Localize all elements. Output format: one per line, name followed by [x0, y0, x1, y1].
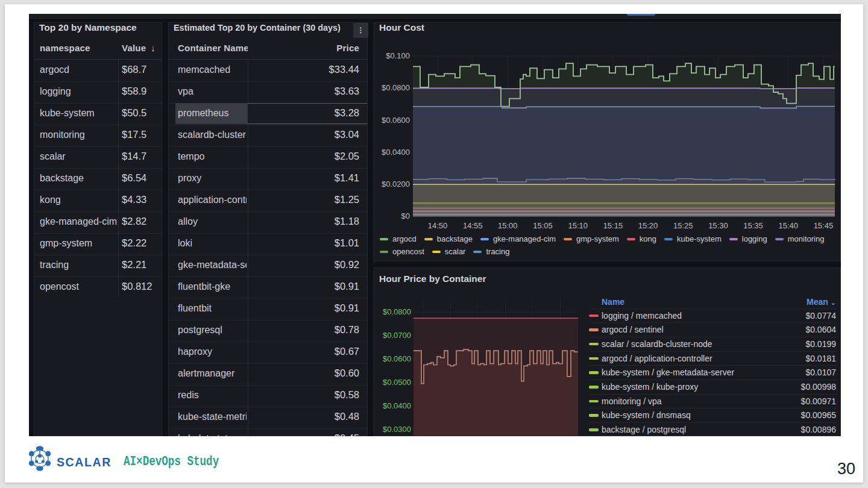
- svg-text:15:15: 15:15: [603, 221, 623, 230]
- svg-text:$0.0300: $0.0300: [383, 425, 411, 434]
- svg-text:15:05: 15:05: [533, 221, 553, 230]
- svg-text:$0.0800: $0.0800: [383, 307, 411, 316]
- svg-text:15:00: 15:00: [498, 221, 518, 230]
- svg-text:15:35: 15:35: [743, 221, 763, 230]
- svg-text:$0.0800: $0.0800: [382, 83, 410, 92]
- svg-text:15:30: 15:30: [708, 221, 728, 230]
- svg-text:14:55: 14:55: [463, 221, 483, 230]
- svg-text:$0.0400: $0.0400: [383, 401, 411, 410]
- svg-text:$0.0400: $0.0400: [382, 148, 410, 157]
- svg-text:$0.0600: $0.0600: [382, 116, 410, 125]
- svg-text:15:40: 15:40: [778, 221, 798, 230]
- svg-text:15:20: 15:20: [638, 221, 658, 230]
- svg-text:$0.0600: $0.0600: [383, 354, 411, 363]
- svg-text:$0.0200: $0.0200: [382, 180, 410, 189]
- svg-text:$0.0500: $0.0500: [383, 378, 411, 387]
- svg-text:14:50: 14:50: [428, 221, 448, 230]
- svg-text:$0.100: $0.100: [386, 51, 410, 60]
- svg-text:$0: $0: [401, 211, 410, 221]
- svg-text:$0.0700: $0.0700: [383, 331, 411, 340]
- svg-text:15:25: 15:25: [673, 221, 693, 230]
- svg-text:15:10: 15:10: [568, 221, 588, 230]
- svg-text:15:45: 15:45: [814, 221, 834, 230]
